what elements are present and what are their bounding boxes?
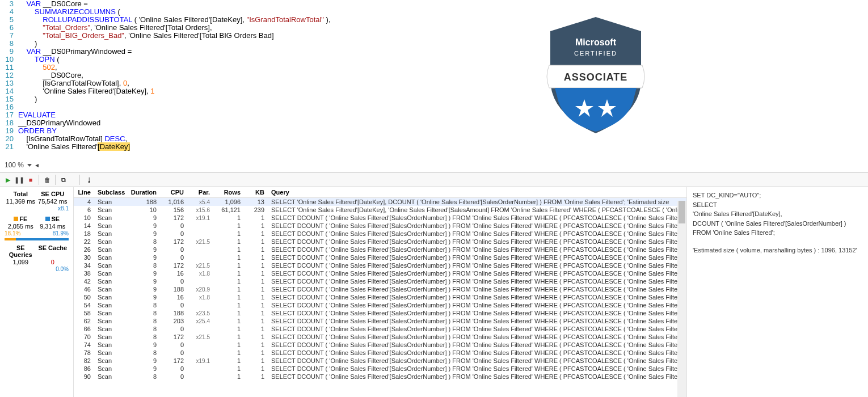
- detail-line: 'Online Sales Filtered'[DateKey],: [693, 209, 862, 219]
- table-row[interactable]: 10Scan9172x19.111SELECT DCOUNT ( 'Online…: [74, 214, 686, 222]
- table-row[interactable]: 4Scan1881,016x5.41,09613SELECT 'Online S…: [74, 198, 686, 206]
- detail-line: SET DC_KIND="AUTO";: [693, 191, 862, 200]
- table-row[interactable]: 38Scan916x1.811SELECT DCOUNT ( 'Online S…: [74, 269, 686, 277]
- table-row[interactable]: 82Scan9172x19.111SELECT DCOUNT ( 'Online…: [74, 357, 686, 365]
- total-ms: 11,369 ms: [5, 198, 37, 205]
- detail-line: DCOUNT ( 'Online Sales Filtered'[SalesOr…: [693, 219, 862, 229]
- chevron-down-icon[interactable]: [27, 164, 32, 167]
- table-row[interactable]: 22Scan8172x21.511SELECT DCOUNT ( 'Online…: [74, 238, 686, 246]
- results-area: TotalSE CPU 11,369 ms75,542 ms x8.1 FESE…: [0, 187, 868, 397]
- table-row[interactable]: 58Scan8188x23.511SELECT DCOUNT ( 'Online…: [74, 309, 686, 317]
- zoom-control[interactable]: 100 % ◂: [0, 159, 43, 171]
- total-label: Total: [5, 191, 37, 197]
- table-row[interactable]: 14Scan9011SELECT DCOUNT ( 'Online Sales …: [74, 222, 686, 230]
- table-row[interactable]: 26Scan9011SELECT DCOUNT ( 'Online Sales …: [74, 246, 686, 254]
- export-icon[interactable]: ⭳: [85, 175, 94, 184]
- fe-se-bar: [5, 238, 69, 240]
- query-detail-panel: SET DC_KIND="AUTO"; SELECT 'Online Sales…: [686, 187, 868, 397]
- se-ms: 9,314 ms: [37, 223, 69, 230]
- col-par[interactable]: Par.: [187, 187, 213, 198]
- se-pct: 81.9%: [53, 230, 69, 236]
- dax-editor[interactable]: 3456789101112131415161718192021 VAR __DS…: [0, 0, 868, 158]
- code-content[interactable]: VAR __DS0Core = SUMMARIZECOLUMNS ( ROLLU…: [18, 0, 331, 151]
- sequeries-val: 1,099: [5, 259, 37, 265]
- table-row[interactable]: 66Scan8011SELECT DCOUNT ( 'Online Sales …: [74, 325, 686, 333]
- table-row[interactable]: 18Scan9011SELECT DCOUNT ( 'Online Sales …: [74, 230, 686, 238]
- detail-line: SELECT: [693, 200, 862, 210]
- table-row[interactable]: 74Scan9011SELECT DCOUNT ( 'Online Sales …: [74, 341, 686, 349]
- pause-icon[interactable]: ❚❚: [15, 175, 24, 184]
- table-row[interactable]: 30Scan9011SELECT DCOUNT ( 'Online Sales …: [74, 254, 686, 261]
- secache-val: 0: [37, 259, 69, 265]
- play-icon[interactable]: ▶: [3, 175, 12, 184]
- table-row[interactable]: 62Scan8203x25.411SELECT DCOUNT ( 'Online…: [74, 317, 686, 325]
- detail-line: FROM 'Online Sales Filtered';: [693, 228, 862, 238]
- scrollbar[interactable]: ▲: [677, 201, 686, 397]
- fe-label: FE: [19, 216, 27, 222]
- col-subclass[interactable]: Subclass: [94, 187, 127, 198]
- col-duration[interactable]: Duration: [127, 187, 160, 198]
- sequeries-label: SE Queries: [5, 244, 37, 258]
- col-kb[interactable]: KB: [244, 187, 268, 198]
- se-label: SE: [51, 216, 60, 222]
- secache-pct: 0.0%: [56, 266, 69, 272]
- col-rows[interactable]: Rows: [213, 187, 244, 198]
- secpu-ms: 75,542 ms: [37, 198, 69, 205]
- table-row[interactable]: 50Scan916x1.811SELECT DCOUNT ( 'Online S…: [74, 293, 686, 301]
- col-query[interactable]: Query: [268, 187, 686, 198]
- secache-label: SE Cache: [37, 244, 69, 258]
- col-line[interactable]: Line: [74, 187, 94, 198]
- table-row[interactable]: 90Scan8011SELECT DCOUNT ( 'Online Sales …: [74, 373, 686, 381]
- results-toolbar: ▶ ❚❚ ■ 🗑 ⧉ ⭳: [0, 172, 868, 187]
- table-row[interactable]: 70Scan8172x21.511SELECT DCOUNT ( 'Online…: [74, 333, 686, 341]
- table-row[interactable]: 54Scan8011SELECT DCOUNT ( 'Online Sales …: [74, 301, 686, 309]
- fe-ms: 2,055 ms: [5, 223, 37, 230]
- table-row[interactable]: 6Scan10156x15.661,121239SELECT 'Online S…: [74, 206, 686, 214]
- copy-icon[interactable]: ⧉: [59, 175, 68, 184]
- table-row[interactable]: 34Scan8172x21.511SELECT DCOUNT ( 'Online…: [74, 261, 686, 269]
- col-cpu[interactable]: CPU: [160, 187, 187, 198]
- table-row[interactable]: 42Scan9011SELECT DCOUNT ( 'Online Sales …: [74, 277, 686, 285]
- secpu-multiplier: x8.1: [58, 205, 69, 212]
- line-gutter: 3456789101112131415161718192021: [0, 0, 16, 151]
- table-row[interactable]: 46Scan9188x20.911SELECT DCOUNT ( 'Online…: [74, 285, 686, 293]
- clear-icon[interactable]: 🗑: [43, 175, 52, 184]
- timing-stats-panel: TotalSE CPU 11,369 ms75,542 ms x8.1 FESE…: [0, 187, 74, 397]
- stop-icon[interactable]: ■: [26, 175, 35, 184]
- secpu-label: SE CPU: [37, 191, 69, 197]
- zoom-value: 100 %: [5, 161, 24, 169]
- query-grid[interactable]: Line Subclass Duration CPU Par. Rows KB …: [74, 187, 686, 397]
- table-row[interactable]: 86Scan9011SELECT DCOUNT ( 'Online Sales …: [74, 365, 686, 373]
- fe-pct: 18.1%: [5, 230, 20, 236]
- detail-line: 'Estimated size ( volume, marshalling by…: [693, 246, 862, 255]
- table-row[interactable]: 78Scan8011SELECT DCOUNT ( 'Online Sales …: [74, 349, 686, 357]
- scroll-thumb[interactable]: [679, 201, 685, 223]
